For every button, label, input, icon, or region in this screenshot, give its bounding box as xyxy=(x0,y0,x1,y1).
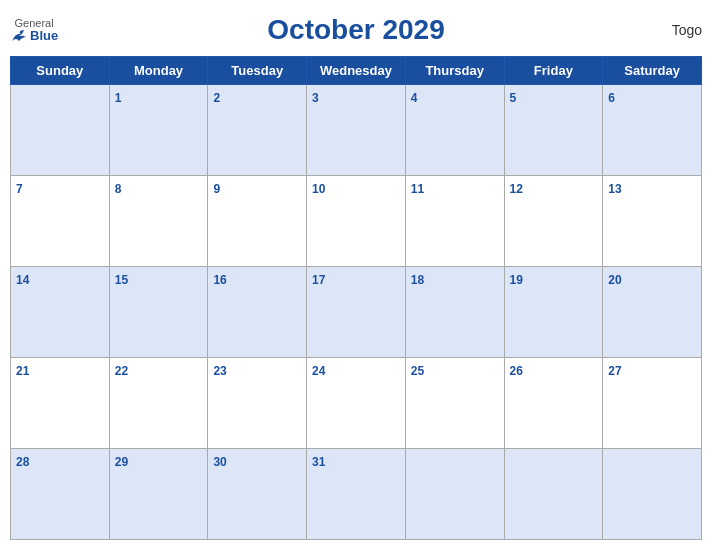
day-number: 29 xyxy=(115,455,128,469)
logo-general-text: General xyxy=(15,18,54,29)
day-number: 18 xyxy=(411,273,424,287)
day-number: 26 xyxy=(510,364,523,378)
day-number: 31 xyxy=(312,455,325,469)
calendar-cell: 11 xyxy=(405,176,504,267)
weekday-header-tuesday: Tuesday xyxy=(208,57,307,85)
calendar-cell: 18 xyxy=(405,267,504,358)
calendar-header: General Blue October 2029 Togo xyxy=(10,10,702,50)
day-number: 14 xyxy=(16,273,29,287)
day-number: 21 xyxy=(16,364,29,378)
calendar-cell: 13 xyxy=(603,176,702,267)
calendar-cell: 31 xyxy=(307,449,406,540)
calendar-cell: 17 xyxy=(307,267,406,358)
country-label: Togo xyxy=(672,22,702,38)
calendar-cell: 28 xyxy=(11,449,110,540)
calendar-cell: 24 xyxy=(307,358,406,449)
calendar-cell: 8 xyxy=(109,176,208,267)
calendar-cell: 25 xyxy=(405,358,504,449)
calendar-cell xyxy=(504,449,603,540)
calendar-cell: 4 xyxy=(405,85,504,176)
calendar-cell: 27 xyxy=(603,358,702,449)
day-number: 19 xyxy=(510,273,523,287)
calendar-table: SundayMondayTuesdayWednesdayThursdayFrid… xyxy=(10,56,702,540)
calendar-cell: 22 xyxy=(109,358,208,449)
calendar-cell: 16 xyxy=(208,267,307,358)
day-number: 23 xyxy=(213,364,226,378)
calendar-cell: 21 xyxy=(11,358,110,449)
day-number: 3 xyxy=(312,91,319,105)
weekday-header-thursday: Thursday xyxy=(405,57,504,85)
day-number: 11 xyxy=(411,182,424,196)
calendar-cell: 14 xyxy=(11,267,110,358)
day-number: 17 xyxy=(312,273,325,287)
day-number: 16 xyxy=(213,273,226,287)
calendar-cell: 23 xyxy=(208,358,307,449)
day-number: 12 xyxy=(510,182,523,196)
calendar-week-5: 28293031 xyxy=(11,449,702,540)
day-number: 10 xyxy=(312,182,325,196)
day-number: 22 xyxy=(115,364,128,378)
page-title: October 2029 xyxy=(267,14,444,46)
day-number: 28 xyxy=(16,455,29,469)
calendar-cell: 5 xyxy=(504,85,603,176)
day-number: 8 xyxy=(115,182,122,196)
calendar-week-3: 14151617181920 xyxy=(11,267,702,358)
calendar-cell: 26 xyxy=(504,358,603,449)
calendar-cell: 15 xyxy=(109,267,208,358)
calendar-cell: 30 xyxy=(208,449,307,540)
calendar-cell xyxy=(603,449,702,540)
weekday-header-sunday: Sunday xyxy=(11,57,110,85)
day-number: 9 xyxy=(213,182,220,196)
day-number: 25 xyxy=(411,364,424,378)
calendar-cell: 12 xyxy=(504,176,603,267)
calendar-week-2: 78910111213 xyxy=(11,176,702,267)
calendar-cell: 7 xyxy=(11,176,110,267)
day-number: 30 xyxy=(213,455,226,469)
day-number: 2 xyxy=(213,91,220,105)
calendar-week-1: 123456 xyxy=(11,85,702,176)
logo-bird-icon xyxy=(10,29,28,43)
calendar-cell: 6 xyxy=(603,85,702,176)
calendar-cell: 9 xyxy=(208,176,307,267)
logo-blue-text: Blue xyxy=(10,29,58,43)
day-number: 7 xyxy=(16,182,23,196)
calendar-cell: 20 xyxy=(603,267,702,358)
weekday-header-row: SundayMondayTuesdayWednesdayThursdayFrid… xyxy=(11,57,702,85)
day-number: 27 xyxy=(608,364,621,378)
day-number: 24 xyxy=(312,364,325,378)
day-number: 15 xyxy=(115,273,128,287)
day-number: 13 xyxy=(608,182,621,196)
day-number: 6 xyxy=(608,91,615,105)
weekday-header-monday: Monday xyxy=(109,57,208,85)
calendar-cell xyxy=(405,449,504,540)
calendar-cell: 1 xyxy=(109,85,208,176)
weekday-header-wednesday: Wednesday xyxy=(307,57,406,85)
day-number: 5 xyxy=(510,91,517,105)
calendar-cell xyxy=(11,85,110,176)
weekday-header-friday: Friday xyxy=(504,57,603,85)
calendar-cell: 3 xyxy=(307,85,406,176)
weekday-header-saturday: Saturday xyxy=(603,57,702,85)
calendar-cell: 19 xyxy=(504,267,603,358)
calendar-cell: 2 xyxy=(208,85,307,176)
calendar-cell: 29 xyxy=(109,449,208,540)
day-number: 1 xyxy=(115,91,122,105)
day-number: 4 xyxy=(411,91,418,105)
day-number: 20 xyxy=(608,273,621,287)
calendar-week-4: 21222324252627 xyxy=(11,358,702,449)
calendar-cell: 10 xyxy=(307,176,406,267)
logo: General Blue xyxy=(10,18,58,43)
calendar-body: 1234567891011121314151617181920212223242… xyxy=(11,85,702,540)
